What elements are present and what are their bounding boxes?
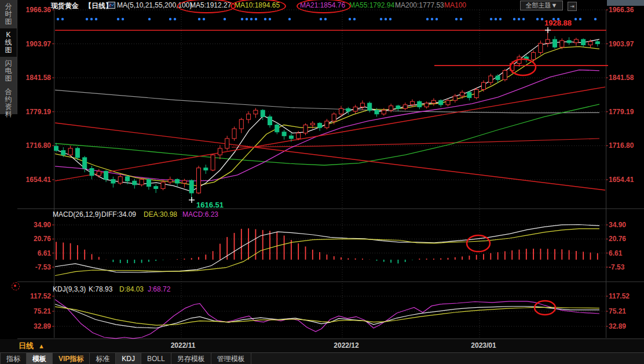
legend-ma100: MA100 [444,1,466,9]
svg-text:34.90: 34.90 [34,221,51,229]
kdj-lines [55,300,599,338]
x-axis-label: 2023/01 [460,341,507,350]
svg-text:6.61: 6.61 [609,249,623,257]
trendline-down [55,123,605,190]
period-label: 日线 [19,341,34,350]
tab-另存模板[interactable]: 另存模板 [171,353,211,364]
trading-app-window: 1966.361966.361903.971903.971841.581841.… [0,0,644,364]
legend-ma21: MA21:1854.76 [300,1,345,9]
legend-ma55: MA55:1792.94 [349,1,394,9]
tab-模板[interactable]: 模板 [27,353,53,364]
tab-VIP指标[interactable]: VIP指标 [53,353,90,364]
svg-text:117.52: 117.52 [30,292,51,300]
svg-text:1779.19: 1779.19 [609,108,634,116]
tab-指标[interactable]: 指标 [0,353,27,364]
kdj-j-value: J:68.72 [148,285,170,293]
symbol-name: 现货黄金 [51,1,79,11]
svg-text:32.89: 32.89 [34,322,51,330]
svg-text:75.21: 75.21 [609,307,626,315]
svg-text:20.76: 20.76 [609,235,626,243]
candlestick-series [54,30,600,200]
signal-dots [57,18,597,20]
svg-text:1903.97: 1903.97 [609,40,634,48]
kdj-title: KDJ(9,3,3) [53,285,86,293]
kdj-j-line [55,300,599,338]
tab-管理模板[interactable]: 管理模板 [211,353,251,364]
sidebar-item-合约资料[interactable]: 合约资料 [0,85,17,121]
chart-canvas[interactable]: 1966.361966.361903.971903.971841.581841.… [0,0,644,364]
legend-ma200: MA200:1777.53 [395,1,444,9]
chevron-up-icon: ▲ [38,343,45,350]
kdj-d-value: D:84.03 [119,285,144,293]
svg-text:1779.19: 1779.19 [26,108,52,116]
macd-dea-line [55,229,599,276]
svg-text:75.21: 75.21 [34,307,51,315]
tab-标准[interactable]: 标准 [90,353,116,364]
indicator-tab-bar: 指标模板VIP指标标准KDJBOLL另存模板管理模板 [0,352,644,364]
macd-histogram [56,228,598,264]
legend-ma5: MA5:1912.27 [190,1,231,9]
macd-macd-value: MACD:6.23 [182,210,218,219]
left-sidebar: 分时图K线图闪电图合约资料 [0,0,17,114]
kline-chart-icon [108,2,115,9]
price-extreme-label: 1928.88 [544,19,572,27]
macd-diff-line [55,225,599,273]
svg-text:1841.58: 1841.58 [609,74,634,82]
sidebar-item-K线图[interactable]: K线图 [0,28,17,57]
tab-BOLL[interactable]: BOLL [141,353,171,364]
svg-text:117.52: 117.52 [609,292,630,300]
trendline-up [55,87,605,181]
svg-text:1716.80: 1716.80 [609,141,634,150]
svg-text:1841.58: 1841.58 [26,74,52,82]
macd-diff-value: DIFF:34.09 [101,210,136,219]
sidebar-item-闪电图[interactable]: 闪电图 [0,57,17,85]
indicator-settings-icon[interactable] [12,282,20,290]
macd-title: MACD(26,12,9) [53,210,101,219]
ma-settings-label: MA(5,10,21,55,200,100) [117,1,192,9]
period-selector[interactable]: 日线▲ [19,341,45,351]
svg-text:1654.41: 1654.41 [609,176,634,184]
trendlines-and-mas [55,30,608,191]
x-axis-label: 2022/11 [160,341,206,350]
x-axis-row: 日线▲ 2022/112022/122023/01 [0,339,644,352]
macd-lines [55,225,599,276]
macd-dea-value: DEA:30.98 [144,210,177,219]
exit-panel-icon[interactable]: ⇥ [568,2,577,11]
svg-text:34.90: 34.90 [609,221,626,229]
theme-dropdown[interactable]: 全部主题▼ [520,1,563,10]
svg-text:1903.97: 1903.97 [26,40,52,48]
svg-text:20.76: 20.76 [34,235,51,243]
svg-text:32.89: 32.89 [609,322,626,330]
svg-text:-7.53: -7.53 [35,263,52,271]
price-extreme-label: 1616.51 [196,201,224,209]
tab-KDJ[interactable]: KDJ [116,353,141,364]
chart-header: 现货黄金 【日线】 MA(5,10,21,55,200,100) MA5:191… [0,0,644,10]
x-axis-label: 2022/12 [323,341,369,350]
kdj-k-value: K:78.93 [89,285,112,293]
legend-ma10: MA10:1894.65 [235,1,280,9]
svg-text:1716.80: 1716.80 [26,141,52,150]
svg-text:1654.41: 1654.41 [26,176,52,184]
annotation-circles: 1928.881616.51 [189,19,572,315]
svg-text:6.61: 6.61 [38,249,52,257]
svg-text:-7.53: -7.53 [609,263,625,271]
